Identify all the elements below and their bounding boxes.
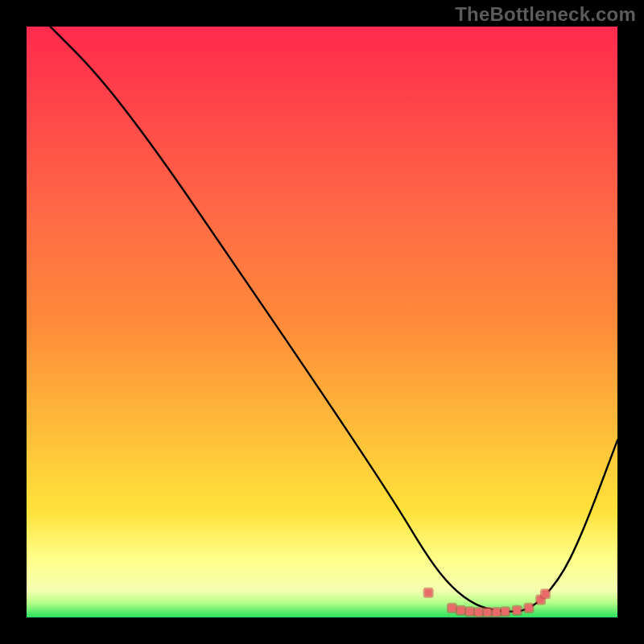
curve-marker [514,607,521,614]
curve-marker [493,609,500,616]
curve-marker [525,605,532,612]
chart-background-gradient [27,27,617,617]
chart-frame: TheBottleneck.com [0,0,644,644]
curve-marker [457,607,464,614]
curve-marker [448,605,456,612]
watermark-text: TheBottleneck.com [455,3,636,26]
curve-marker [542,590,549,597]
curve-marker [425,589,432,597]
chart-plot-area [27,27,617,617]
curve-marker [466,608,473,615]
curve-marker [502,608,509,615]
curve-marker [475,609,482,616]
curve-marker [484,609,491,616]
chart-svg [27,27,617,617]
